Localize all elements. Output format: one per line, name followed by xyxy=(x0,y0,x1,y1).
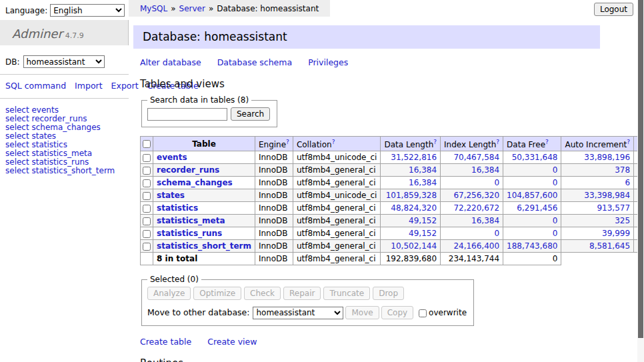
breadcrumb: MySQL » Server » Database: homeassistant xyxy=(129,0,330,17)
analyze-button[interactable]: Analyze xyxy=(147,287,191,300)
language-row: Language:English xyxy=(5,4,125,17)
total-index_length-cell: 234,143,744 xyxy=(441,253,503,265)
search-button[interactable]: Search xyxy=(231,107,270,121)
row-checkbox[interactable] xyxy=(143,243,151,251)
total-empty-cell xyxy=(141,253,153,265)
table-name-link[interactable]: statistics_meta xyxy=(157,216,225,225)
scrollbar-thumb[interactable] xyxy=(638,0,643,338)
table-name-cell: states xyxy=(153,189,255,202)
data_free-cell: 50,331,648 xyxy=(503,151,561,164)
select-all-cell xyxy=(141,137,153,151)
copy-button[interactable]: Copy xyxy=(381,306,413,319)
create-link[interactable]: Create view xyxy=(207,337,257,347)
brand-version: 4.7.9 xyxy=(65,31,84,40)
tables-header-row: TableEngine?Collation?Data Length?Index … xyxy=(141,137,644,151)
breadcrumb-separator: » xyxy=(171,4,175,13)
data_free-cell: 0 xyxy=(503,227,561,240)
repair-button[interactable]: Repair xyxy=(283,287,321,300)
db-selector-row: DB:homeassistant xyxy=(0,45,129,75)
column-help-link[interactable]: ? xyxy=(545,139,549,145)
column-header-table: Table xyxy=(153,137,255,151)
sidebar-action-link[interactable]: Import xyxy=(75,81,103,91)
db-links: Alter databaseDatabase schemaPrivileges xyxy=(140,57,615,67)
table-row: statistics_runsInnoDButf8mb4_general_ci4… xyxy=(141,227,644,240)
auto_increment-cell: 378 xyxy=(561,164,634,177)
selected-fieldset: Selected (0) AnalyzeOptimizeCheckRepairT… xyxy=(141,275,474,326)
table-name-link[interactable]: states xyxy=(157,191,185,200)
select-all-checkbox[interactable] xyxy=(143,140,151,148)
breadcrumb-separator: » xyxy=(209,4,213,13)
table-row: schema_changesInnoDButf8mb4_general_ci16… xyxy=(141,177,644,189)
row-checkbox[interactable] xyxy=(143,167,151,175)
overwrite-checkbox[interactable] xyxy=(419,309,427,317)
index_length-cell: 67,256,320 xyxy=(441,189,503,202)
breadcrumb-link-server[interactable]: Server xyxy=(179,4,205,13)
data_length-cell: 10,502,144 xyxy=(381,240,441,253)
breadcrumb-link-mysql[interactable]: MySQL xyxy=(140,4,167,13)
routines-title: Routines xyxy=(140,357,615,362)
table-row: statisticsInnoDButf8mb4_general_ci48,824… xyxy=(141,202,644,215)
data_free-cell: 104,857,600 xyxy=(503,189,561,202)
row-checkbox[interactable] xyxy=(143,217,151,225)
auto_increment-cell: 33,398,984 xyxy=(561,189,634,202)
sidebar-actions: SQL commandImportExportCreate table xyxy=(0,75,129,99)
language-select[interactable]: English xyxy=(50,4,125,17)
row-checkbox[interactable] xyxy=(143,230,151,238)
column-help-link[interactable]: ? xyxy=(627,139,630,145)
db-select[interactable]: homeassistant xyxy=(23,55,105,68)
auto_increment-cell: 325 xyxy=(561,215,634,227)
table-name-link[interactable]: events xyxy=(157,153,187,162)
data_length-cell: 48,824,320 xyxy=(381,202,441,215)
tables-views-title: Tables and views xyxy=(140,78,615,90)
row-checkbox[interactable] xyxy=(143,192,151,200)
engine-cell: InnoDB xyxy=(255,151,293,164)
column-help-link[interactable]: ? xyxy=(286,139,289,145)
row-select-cell xyxy=(141,227,153,240)
move-label: Move to other database: xyxy=(147,307,249,317)
truncate-button[interactable]: Truncate xyxy=(323,287,370,300)
sidebar-action-link[interactable]: Export xyxy=(111,81,139,91)
logout-button[interactable]: Logout xyxy=(594,3,633,16)
column-help-link[interactable]: ? xyxy=(332,139,335,145)
data_length-cell: 101,859,328 xyxy=(381,189,441,202)
db-action-link[interactable]: Privileges xyxy=(308,57,348,67)
scrollbar-track[interactable] xyxy=(637,0,644,362)
engine-cell: InnoDB xyxy=(255,227,293,240)
create-link[interactable]: Create table xyxy=(140,337,191,347)
sidebar-select-link[interactable]: select statistics_short_term xyxy=(5,167,123,175)
table-name-cell: statistics_meta xyxy=(153,215,255,227)
row-select-cell xyxy=(141,202,153,215)
db-action-link[interactable]: Database schema xyxy=(217,57,292,67)
breadcrumb-current: Database: homeassistant xyxy=(217,4,319,13)
row-checkbox[interactable] xyxy=(143,154,151,162)
table-name-cell: events xyxy=(153,151,255,164)
drop-button[interactable]: Drop xyxy=(373,287,404,300)
engine-cell: InnoDB xyxy=(255,177,293,189)
engine-cell: InnoDB xyxy=(255,189,293,202)
column-help-link[interactable]: ? xyxy=(433,139,437,145)
table-row: statesInnoDButf8mb4_unicode_ci101,859,32… xyxy=(141,189,644,202)
table-name-link[interactable]: recorder_runs xyxy=(157,165,219,175)
move-button[interactable]: Move xyxy=(345,306,379,319)
row-select-cell xyxy=(141,240,153,253)
row-checkbox[interactable] xyxy=(143,205,151,213)
data_length-cell: 49,152 xyxy=(381,215,441,227)
search-input[interactable] xyxy=(147,108,227,121)
main-content: Database: homeassistant Alter databaseDa… xyxy=(140,25,615,362)
collation-cell: utf8mb4_general_ci xyxy=(293,202,381,215)
sidebar-action-link[interactable]: SQL command xyxy=(5,81,66,91)
check-button[interactable]: Check xyxy=(244,287,281,300)
total-data_length-cell: 192,839,680 xyxy=(381,253,441,265)
optimize-button[interactable]: Optimize xyxy=(193,287,241,300)
table-name-link[interactable]: statistics_short_term xyxy=(157,241,251,251)
table-name-link[interactable]: statistics_runs xyxy=(157,229,222,238)
db-action-link[interactable]: Alter database xyxy=(140,57,201,67)
column-help-link[interactable]: ? xyxy=(496,139,499,145)
table-name-link[interactable]: statistics xyxy=(157,203,198,213)
move-db-select[interactable]: homeassistant xyxy=(253,307,343,319)
table-name-cell: statistics_short_term xyxy=(153,240,255,253)
row-checkbox[interactable] xyxy=(143,179,151,187)
row-select-cell xyxy=(141,164,153,177)
selected-buttons: AnalyzeOptimizeCheckRepairTruncateDrop xyxy=(147,287,467,300)
table-name-link[interactable]: schema_changes xyxy=(157,178,233,187)
